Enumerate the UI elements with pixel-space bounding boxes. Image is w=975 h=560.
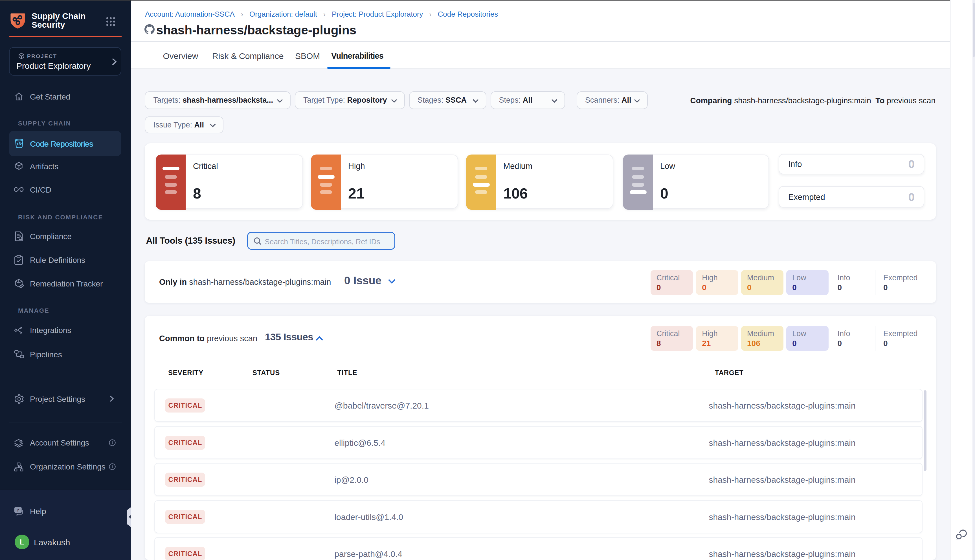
svg-text:?: ?: [17, 508, 19, 512]
